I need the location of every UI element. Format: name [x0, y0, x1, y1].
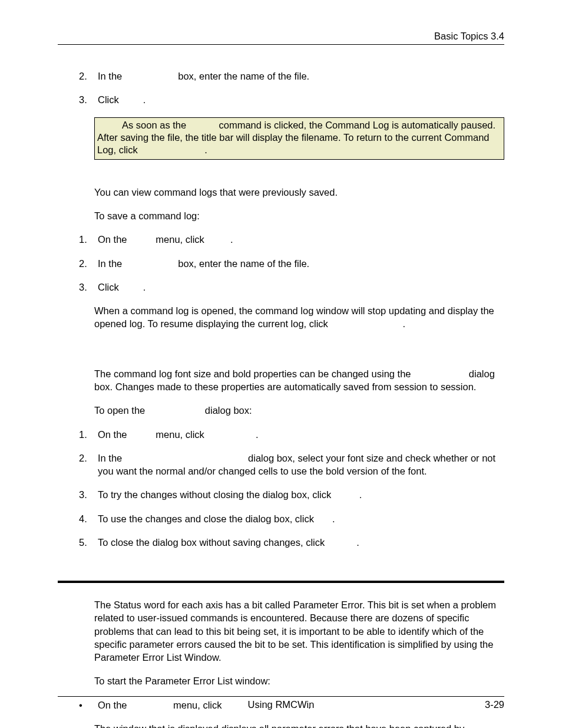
- text: .: [143, 94, 146, 105]
- text: .: [256, 429, 259, 440]
- paragraph: To save a command log:: [94, 209, 504, 222]
- content: 2 In the box, enter the name of the file…: [58, 46, 504, 728]
- list-number: 3: [79, 93, 98, 106]
- list-item: 2 In the box, enter the name of the file…: [79, 70, 504, 83]
- text: .: [359, 489, 362, 500]
- list-body: To try the changes without closing the d…: [98, 488, 504, 501]
- list-body: In the box, enter the name of the file.: [98, 257, 504, 270]
- text: In the: [98, 453, 125, 463]
- paragraph: To start the Parameter Error List window…: [94, 674, 504, 687]
- header-rule: [58, 44, 504, 45]
- list-item: 5 To close the dialog box without saving…: [79, 536, 504, 549]
- paragraph: To open the dialog box:: [94, 404, 504, 417]
- ordered-list-3: 1 On the menu, click . 2 In the dialog b…: [58, 428, 504, 549]
- text: As soon as the: [122, 120, 189, 130]
- list-body: To close the dialog box without saving c…: [98, 536, 504, 549]
- text: .: [204, 144, 207, 155]
- paragraph: When a command log is opened, the comman…: [94, 304, 504, 331]
- list-number: 2: [79, 70, 98, 83]
- paragraph: The window that is displayed displays al…: [94, 722, 504, 728]
- paragraph: You can view command logs that were prev…: [94, 186, 504, 199]
- footer-center: Using RMCWin: [58, 699, 504, 710]
- list-item: 1 On the menu, click .: [79, 428, 504, 441]
- text: .: [356, 537, 359, 548]
- list-number: 3: [79, 281, 98, 294]
- note-box: As soon as the command is clicked, the C…: [94, 117, 504, 160]
- list-body: To use the changes and close the dialog …: [98, 512, 504, 525]
- text: box, enter the name of the file.: [176, 71, 309, 81]
- list-body: In the box, enter the name of the file.: [98, 70, 504, 83]
- note-text: As soon as the command is clicked, the C…: [97, 119, 501, 157]
- list-body: Click .: [98, 281, 504, 294]
- section-divider: [58, 581, 504, 583]
- list-item: 4 To use the changes and close the dialo…: [79, 512, 504, 525]
- text: To try the changes without closing the d…: [98, 489, 334, 500]
- list-item: 2 In the box, enter the name of the file…: [79, 257, 504, 270]
- text: dialog box, select your font size and ch…: [98, 453, 495, 476]
- text: menu, click: [153, 234, 207, 245]
- list-item: 2 In the dialog box, select your font si…: [79, 452, 504, 478]
- list-number: 1: [79, 233, 98, 246]
- text: To open the: [94, 405, 148, 416]
- list-item: 3 Click .: [79, 93, 504, 106]
- text: Click: [98, 94, 121, 105]
- list-number: 3: [79, 488, 98, 501]
- text: box, enter the name of the file.: [176, 258, 309, 269]
- ordered-list-2: 1 On the menu, click . 2 In the box, ent…: [58, 233, 504, 294]
- text: In the: [98, 71, 125, 81]
- footer-row: . Using RMCWin 3-29: [58, 696, 504, 710]
- header-right: Basic Topics 3.4: [58, 31, 504, 44]
- text: On the: [98, 429, 130, 440]
- list-number: 1: [79, 428, 98, 441]
- list-body: In the dialog box, select your font size…: [98, 452, 504, 478]
- footer: . Using RMCWin 3-29: [58, 696, 504, 710]
- text: .: [230, 234, 233, 245]
- list-item: 1 On the menu, click .: [79, 233, 504, 246]
- list-number: 5: [79, 536, 98, 549]
- list-number: 4: [79, 512, 98, 525]
- ordered-list-1: 2 In the box, enter the name of the file…: [58, 70, 504, 107]
- text: To close the dialog box without saving c…: [98, 537, 328, 548]
- paragraph: The Status word for each axis has a bit …: [94, 598, 504, 664]
- list-body: Click .: [98, 93, 504, 106]
- text: The command log font size and bold prope…: [94, 368, 414, 379]
- list-body: On the menu, click .: [98, 428, 504, 441]
- text: menu, click: [153, 429, 207, 440]
- text: .: [403, 318, 406, 329]
- text: To use the changes and close the dialog …: [98, 513, 316, 524]
- text: Click: [98, 282, 121, 292]
- text: .: [143, 282, 146, 292]
- text: On the: [98, 234, 130, 245]
- text: In the: [98, 258, 125, 269]
- text: dialog box:: [202, 405, 252, 416]
- text: When a command log is opened, the comman…: [94, 305, 494, 329]
- list-number: 2: [79, 452, 98, 478]
- list-item: 3 Click .: [79, 281, 504, 294]
- list-number: 2: [79, 257, 98, 270]
- paragraph: The command log font size and bold prope…: [94, 367, 504, 394]
- text: .: [332, 513, 335, 524]
- list-body: On the menu, click .: [98, 233, 504, 246]
- page: Basic Topics 3.4 2 In the box, enter the…: [0, 0, 562, 728]
- list-item: 3 To try the changes without closing the…: [79, 488, 504, 501]
